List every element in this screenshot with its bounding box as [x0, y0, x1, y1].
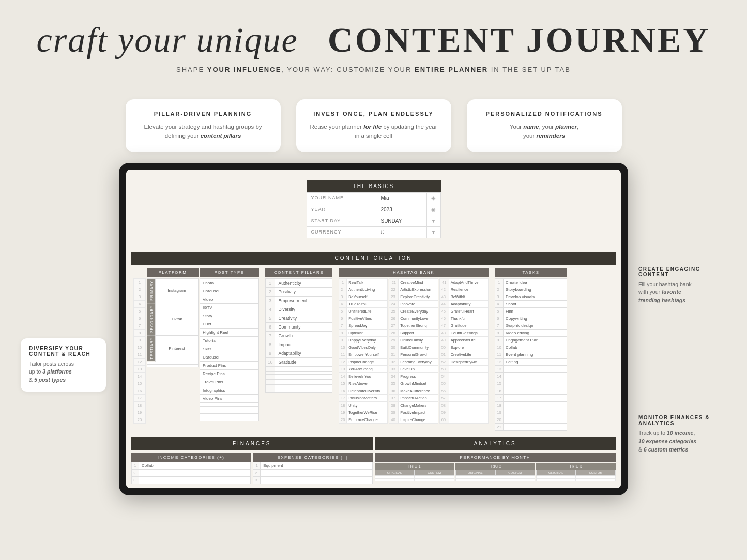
header-section: craft your unique CONTENT JOURNEY SHAPE …	[0, 0, 747, 84]
post-type-column: Photo Carousel Video IGTV Story Duet Hig…	[200, 278, 259, 431]
basics-header: THE BASICS	[307, 180, 441, 192]
basics-label-startday: START DAY	[307, 215, 376, 226]
right-ann1-desc: Fill your hashtag bankwith your favorite…	[638, 281, 726, 305]
cc-col-headers: PLATFORM POST TYPE CONTENT PILLARS HASHT…	[131, 268, 616, 278]
basics-row-startday: START DAY SUNDAY ▼	[307, 215, 440, 226]
device-screen: THE BASICS YOUR NAME Mia ◉ YEAR 2023 ◉	[126, 170, 621, 488]
subtitle: SHAPE YOUR INFLUENCE, YOUR WAY: CUSTOMIZ…	[31, 66, 716, 73]
secondary-label: SECONDARY	[147, 303, 156, 335]
feature-title-3: PERSONALIZED NOTIFICATIONS	[480, 111, 608, 117]
expense-subheader: EXPENSE CATEGORIES (–)	[253, 453, 372, 462]
spacer-2	[333, 278, 338, 431]
basics-label-name: YOUR NAME	[307, 192, 376, 204]
analytics-custom-2: CUSTOM	[495, 470, 535, 476]
analytics-custom-1: CUSTOM	[415, 470, 454, 476]
primary-label: PRIMARY	[147, 278, 156, 303]
analytics-group1-label: TRIC 1	[375, 463, 454, 470]
basics-row-currency: CURRENCY £ ▼	[307, 226, 440, 238]
analytics-group3-label: TRIC 3	[536, 463, 616, 470]
basics-value-currency: £	[376, 226, 426, 238]
basics-value-name: Mia	[376, 192, 426, 204]
bottom-sections: FINANCES INCOME CATEGORIES (+) 1Collab 2…	[126, 435, 621, 488]
setup-section: THE BASICS YOUR NAME Mia ◉ YEAR 2023 ◉	[126, 170, 621, 246]
basics-indicator-currency: ▼	[426, 226, 440, 238]
analytics-original-2: ORIGINAL	[455, 470, 495, 476]
basics-label-year: YEAR	[307, 204, 376, 215]
hashtag-col-1: 1RealTalk 2AuthenticLiving 3BeYourself 4…	[339, 278, 388, 431]
analytics-section: ANALYTICS PERFORMANCE BY MONTH TRIC 1 OR…	[375, 437, 616, 484]
basics-table: YOUR NAME Mia ◉ YEAR 2023 ◉ START DAY	[307, 192, 441, 238]
left-annotation: DIVERSIFY YOUR CONTENT & REACH Tailor po…	[21, 338, 106, 392]
tasks-col-header: TASKS	[495, 268, 567, 277]
analytics-group-1: TRIC 1 ORIGINAL CUSTOM	[375, 463, 454, 481]
analytics-group-3: TRIC 3 ORIGINAL CUSTOM	[536, 463, 616, 481]
basics-row-year: YEAR 2023 ◉	[307, 204, 440, 215]
basics-row-name: YOUR NAME Mia ◉	[307, 192, 440, 204]
feature-personalized: PERSONALIZED NOTIFICATIONS Your name, yo…	[467, 99, 622, 152]
analytics-group-2: TRIC 2 ORIGINAL CUSTOM	[455, 463, 535, 481]
perf-header: PERFORMANCE BY MONTH	[375, 453, 616, 462]
basics-indicator-year: ◉	[426, 204, 440, 215]
hashtag-col-2: 21CreativeMind 22ArtisticExpression 23Ex…	[389, 278, 438, 431]
feature-desc-1: Elevate your strategy and hashtag groups…	[139, 122, 267, 141]
tiktok-label: Tiktok	[156, 303, 199, 335]
feature-pillar-driven: PILLAR-DRIVEN PLANNING Elevate your stra…	[126, 99, 281, 152]
instagram-label: Instagram	[156, 278, 199, 303]
analytics-original-3: ORIGINAL	[536, 470, 576, 476]
platform-column: PRIMARY Instagram SECONDARY	[147, 278, 199, 431]
basics-value-startday: SUNDAY	[376, 215, 426, 226]
device: THE BASICS YOUR NAME Mia ◉ YEAR 2023 ◉	[119, 163, 628, 495]
analytics-group2-label: TRIC 2	[455, 463, 535, 470]
feature-invest-once: INVEST ONCE, PLAN ENDLESSLY Reuse your p…	[296, 99, 451, 152]
right-annotation-2: MONITOR FINANCES & ANALYTICS Track up to…	[638, 415, 726, 454]
page: craft your unique CONTENT JOURNEY SHAPE …	[0, 0, 747, 495]
left-annotation-title: DIVERSIFY YOUR CONTENT & REACH	[29, 346, 98, 357]
basics-indicator-startday: ▼	[426, 215, 440, 226]
basics-value-year: 2023	[376, 204, 426, 215]
features-row: PILLAR-DRIVEN PLANNING Elevate your stra…	[0, 84, 747, 152]
right-annotation-1: CREATE ENGAGING CONTENT Fill your hashta…	[638, 266, 726, 305]
expense-column: EXPENSE CATEGORIES (–) 1Equipment 2 3	[253, 453, 372, 484]
cc-main-grid: 1 2 3 4 5 6 7 8 9 10 11	[131, 278, 616, 435]
tasks-column: 1Create Idea 2Storyboarding 3Develop vis…	[495, 278, 567, 431]
income-column: INCOME CATEGORIES (+) 1Collab 2 3	[131, 453, 251, 484]
post-type-col-header: POST TYPE	[200, 268, 259, 277]
hashtag-col-header: HASHTAG BANK	[339, 268, 489, 277]
content-creation-header: CONTENT CREATION	[131, 252, 616, 265]
analytics-custom-3: CUSTOM	[576, 470, 616, 476]
right-ann1-title: CREATE ENGAGING CONTENT	[638, 266, 726, 277]
finances-header: FINANCES	[131, 437, 373, 450]
spacer-1	[260, 278, 264, 431]
hashtag-col-3: 41AdaptAndThrive 42Resilience 43BeWithIt…	[439, 278, 489, 431]
feature-title-1: PILLAR-DRIVEN PLANNING	[139, 111, 267, 117]
analytics-group1-sub: ORIGINAL CUSTOM	[375, 470, 454, 476]
income-subheader: INCOME CATEGORIES (+)	[131, 453, 251, 462]
analytics-original-1: ORIGINAL	[375, 470, 415, 476]
feature-title-2: INVEST ONCE, PLAN ENDLESSLY	[310, 111, 438, 117]
spacer-3	[490, 278, 494, 431]
basics-indicator-name: ◉	[426, 192, 440, 204]
pillars-col-header: CONTENT PILLARS	[265, 268, 332, 277]
row-nums: 1 2 3 4 5 6 7 8 9 10 11	[133, 278, 146, 431]
analytics-header: ANALYTICS	[375, 437, 616, 450]
finances-grid: INCOME CATEGORIES (+) 1Collab 2 3 EXPENS…	[131, 453, 373, 484]
basics-label-currency: CURRENCY	[307, 226, 376, 238]
platform-col-header: PLATFORM	[147, 268, 199, 277]
right-ann2-desc: Track up to 10 income,10 expense categor…	[638, 429, 726, 454]
feature-desc-3: Your name, your planner,your reminders	[480, 122, 608, 141]
pinterest-label: Pinterest	[156, 335, 199, 362]
feature-desc-2: Reuse your planner for life by updating …	[310, 122, 438, 141]
pillars-column: 1Authenticity 2Positivity 3Empowerment 4…	[265, 278, 332, 431]
finances-section: FINANCES INCOME CATEGORIES (+) 1Collab 2…	[131, 437, 373, 484]
main-title: craft your unique CONTENT JOURNEY	[31, 21, 716, 59]
content-creation-section: CONTENT CREATION PLATFORM POST TYPE CONT…	[126, 246, 621, 435]
analytics-metric-groups: TRIC 1 ORIGINAL CUSTOM	[375, 463, 616, 481]
analytics-group2-sub: ORIGINAL CUSTOM	[455, 470, 535, 476]
tertiary-label: TERTIARY	[147, 335, 156, 362]
right-ann2-title: MONITOR FINANCES & ANALYTICS	[638, 415, 726, 426]
left-annotation-desc: Tailor posts acrossup to 3 platforms& 5 …	[29, 360, 98, 384]
hashtag-bank-column: 1RealTalk 2AuthenticLiving 3BeYourself 4…	[339, 278, 489, 431]
analytics-group3-sub: ORIGINAL CUSTOM	[536, 470, 616, 476]
